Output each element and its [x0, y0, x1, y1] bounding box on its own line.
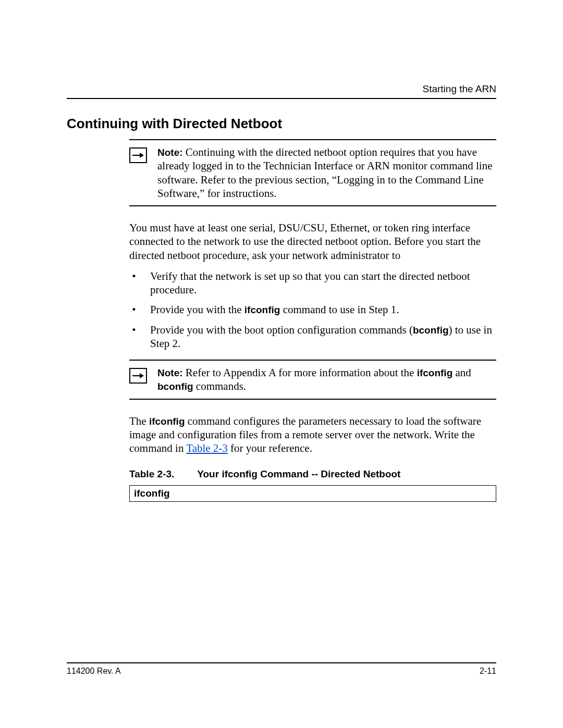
- list-item-text: Verify that the network is set up so tha…: [150, 269, 496, 297]
- running-header: Starting the ARN: [67, 83, 496, 95]
- table-number: Table 2-3.: [129, 468, 174, 480]
- content-block: Note: Continuing with the directed netbo…: [129, 139, 496, 502]
- svg-marker-3: [140, 373, 144, 378]
- note-text: Note: Refer to Appendix A for more infor…: [157, 366, 496, 393]
- table-caption: Table 2-3. Your ifconfig Command -- Dire…: [129, 468, 496, 480]
- header-rule: [67, 98, 496, 99]
- footer-page-number: 2-11: [480, 667, 496, 676]
- list-item: • Verify that the network is set up so t…: [129, 269, 496, 297]
- note-block: Note: Continuing with the directed netbo…: [129, 140, 496, 205]
- table-reference-link[interactable]: Table 2-3: [186, 442, 228, 454]
- bullet-icon: •: [129, 303, 139, 316]
- command-name: bconfig: [413, 325, 449, 336]
- table-title: Your ifconfig Command -- Directed Netboo…: [197, 468, 400, 480]
- note-label: Note:: [157, 367, 183, 378]
- note-bottom-rule: [129, 205, 496, 206]
- list-item-text: Provide you with the boot option configu…: [150, 323, 496, 351]
- arrow-right-icon: [129, 368, 147, 384]
- note-text: Note: Continuing with the directed netbo…: [157, 145, 496, 200]
- list-item: • Provide you with the boot option confi…: [129, 323, 496, 351]
- note-content: Continuing with the directed netboot opt…: [157, 146, 493, 200]
- bullet-list: • Verify that the network is set up so t…: [129, 269, 496, 350]
- svg-marker-1: [140, 153, 144, 158]
- bullet-icon: •: [129, 323, 139, 351]
- bullet-icon: •: [129, 269, 139, 297]
- arrow-right-icon: [129, 147, 147, 163]
- body-paragraph: The ifconfig command configures the para…: [129, 414, 496, 455]
- command-name: ifconfig: [417, 367, 453, 378]
- note-block: Note: Refer to Appendix A for more infor…: [129, 361, 496, 399]
- footer-rule: [67, 662, 496, 663]
- page-footer: 114200 Rev. A 2-11: [67, 662, 496, 676]
- command-name: ifconfig: [244, 304, 280, 315]
- command-name: ifconfig: [149, 416, 185, 427]
- body-paragraph: You must have at least one serial, DSU/C…: [129, 221, 496, 262]
- table-cell: ifconfig: [129, 485, 496, 502]
- section-heading: Continuing with Directed Netboot: [67, 116, 496, 132]
- list-item: • Provide you with the ifconfig command …: [129, 303, 496, 316]
- list-item-text: Provide you with the ifconfig command to…: [150, 303, 399, 316]
- note-label: Note:: [157, 147, 183, 158]
- footer-revision: 114200 Rev. A: [67, 667, 121, 676]
- page: Starting the ARN Continuing with Directe…: [0, 0, 563, 728]
- command-name: bconfig: [157, 381, 193, 392]
- note2-bottom-rule: [129, 399, 496, 400]
